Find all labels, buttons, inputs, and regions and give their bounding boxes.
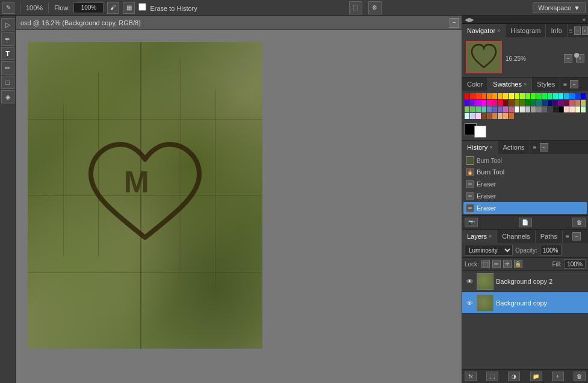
lock-transparent-btn[interactable]: ⬚ [481, 260, 490, 268]
color-swatch[interactable] [487, 100, 492, 106]
color-swatch[interactable] [465, 106, 469, 112]
color-swatch[interactable] [569, 106, 574, 112]
color-swatch[interactable] [475, 93, 480, 99]
canvas-close-button[interactable]: − [450, 18, 459, 28]
color-swatch[interactable] [542, 93, 547, 99]
layers-close[interactable]: × [489, 233, 492, 239]
color-swatch[interactable] [525, 106, 530, 112]
color-swatch[interactable] [498, 106, 503, 112]
lock-image-btn[interactable]: ✏ [492, 260, 501, 268]
history-item[interactable]: ✏ Eraser [463, 190, 587, 202]
color-swatch[interactable] [481, 93, 486, 99]
background-color[interactable] [474, 126, 486, 138]
layer-visibility-toggle[interactable]: 👁 [465, 298, 474, 308]
color-swatch[interactable] [536, 100, 541, 106]
copy-to-clipboard-icon[interactable]: ⬚ [349, 1, 362, 14]
color-swatch[interactable] [559, 93, 563, 99]
blend-mode-select[interactable]: Luminosity [465, 245, 513, 256]
color-swatch[interactable] [492, 113, 497, 119]
color-swatch[interactable] [548, 100, 552, 106]
layer-item[interactable]: 👁 Background copy [462, 292, 588, 314]
tab-paths[interactable]: Paths [536, 230, 563, 243]
color-swatch[interactable] [470, 106, 475, 112]
navigator-menu[interactable]: ≡ [568, 24, 574, 37]
panel-expand-btn[interactable]: + [582, 26, 588, 35]
color-swatch[interactable] [559, 106, 563, 112]
color-swatch[interactable] [569, 100, 574, 106]
color-swatch[interactable] [564, 106, 569, 112]
color-swatch[interactable] [503, 93, 508, 99]
color-swatch[interactable] [470, 100, 475, 106]
color-swatch[interactable] [475, 106, 480, 112]
color-tool[interactable]: ◈ [1, 90, 14, 103]
color-swatch[interactable] [481, 113, 486, 119]
color-swatch[interactable] [531, 100, 536, 106]
history-minimize-btn[interactable]: − [540, 143, 548, 152]
color-swatch[interactable] [487, 93, 492, 99]
color-swatch[interactable] [531, 106, 536, 112]
tab-history[interactable]: History × [462, 141, 498, 154]
brush-icon[interactable]: 🖌 [107, 2, 119, 14]
erase-to-history-checkbox[interactable] [138, 3, 146, 11]
new-adjustment-btn[interactable]: ◑ [508, 372, 520, 381]
color-swatch[interactable] [564, 93, 569, 99]
history-item[interactable]: 🔥 Burn Tool [463, 166, 587, 178]
tab-color[interactable]: Color [462, 78, 488, 91]
color-swatch[interactable] [553, 93, 558, 99]
eraser-tool-icon[interactable]: ✎ [2, 2, 14, 14]
color-swatch[interactable] [503, 100, 508, 106]
color-swatch[interactable] [525, 93, 530, 99]
color-swatch[interactable] [520, 106, 525, 112]
color-swatch[interactable] [525, 100, 530, 106]
color-swatch[interactable] [575, 93, 580, 99]
color-swatch[interactable] [536, 93, 541, 99]
layers-menu[interactable]: ≡ [563, 230, 572, 243]
color-minimize-btn[interactable]: − [570, 80, 578, 88]
tab-channels[interactable]: Channels [497, 230, 535, 243]
color-swatch[interactable] [559, 100, 563, 106]
color-swatch[interactable] [553, 100, 558, 106]
workspace-button[interactable]: Workspace ▼ [533, 2, 586, 13]
swatches-close[interactable]: × [524, 81, 527, 87]
tab-info[interactable]: Info [546, 24, 567, 37]
color-swatch[interactable] [575, 100, 580, 106]
tab-navigator[interactable]: Navigator × [462, 24, 506, 37]
color-swatch[interactable] [581, 100, 586, 106]
color-swatch[interactable] [509, 106, 513, 112]
color-swatch[interactable] [470, 113, 475, 119]
color-swatch[interactable] [520, 100, 525, 106]
new-group-btn[interactable]: 📁 [530, 372, 542, 381]
color-swatch[interactable] [509, 93, 513, 99]
color-swatch[interactable] [475, 100, 480, 106]
color-swatch[interactable] [492, 100, 497, 106]
layers-minimize-btn[interactable]: − [572, 232, 581, 241]
color-swatch[interactable] [503, 106, 508, 112]
tab-histogram[interactable]: Histogram [506, 24, 546, 37]
panel-collapse-icon[interactable]: ◀▶ [465, 16, 474, 23]
color-swatch[interactable] [581, 93, 586, 99]
delete-state-btn[interactable]: 🗑 [572, 218, 586, 227]
layer-visibility-toggle[interactable]: 👁 [465, 277, 474, 286]
color-swatch[interactable] [542, 106, 547, 112]
new-layer-btn[interactable]: + [552, 372, 564, 381]
color-swatch[interactable] [515, 100, 519, 106]
delete-layer-btn[interactable]: 🗑 [574, 372, 586, 381]
fill-input[interactable] [564, 259, 586, 269]
color-menu[interactable]: ≡ [560, 78, 570, 91]
color-swatch[interactable] [548, 93, 552, 99]
color-swatch[interactable] [531, 93, 536, 99]
type-tool[interactable]: T [1, 47, 14, 60]
color-swatch[interactable] [492, 106, 497, 112]
color-swatch[interactable] [536, 106, 541, 112]
color-swatch[interactable] [564, 100, 569, 106]
tab-actions[interactable]: Actions [498, 141, 530, 154]
color-swatch[interactable] [465, 100, 469, 106]
color-swatch[interactable] [581, 106, 586, 112]
color-swatch[interactable] [487, 106, 492, 112]
color-swatch[interactable] [548, 106, 552, 112]
panel-expand-icon[interactable]: » [582, 16, 586, 23]
zoom-out-icon[interactable]: − [564, 54, 572, 63]
history-menu[interactable]: ≡ [530, 141, 540, 154]
select-tool[interactable]: ▷ [1, 18, 14, 31]
color-swatch[interactable] [498, 113, 503, 119]
